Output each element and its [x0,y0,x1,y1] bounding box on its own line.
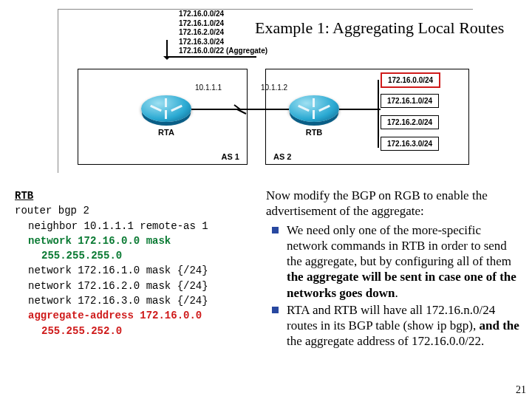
rtb-net-2: 172.16.2.0/24 [381,115,439,129]
bullet-2a: RTA and RTB will have all 172.16.n.0/24 … [287,303,495,332]
router-rtb-label: RTB [289,128,339,137]
local-route-0: 172.16.0.0/24 [179,10,267,19]
page-number: 21 [516,384,526,396]
rtb-interface-ip: 10.1.1.2 [261,83,287,92]
local-routes-list: 172.16.0.0/24 172.16.1.0/24 172.16.2.0/2… [179,10,267,56]
cfg-line-net1: network 172.16.1.0 mask {/24} [15,263,259,278]
bullet-2: RTA and RTB will have all 172.16.n.0/24 … [266,302,525,349]
cfg-line-net0-mask: 255.255.255.0 [15,248,259,263]
bullet-2b: and the [480,318,519,332]
cfg-line-net0: network 172.16.0.0 mask [15,233,259,248]
bgp-config-block: RTB router bgp 2 neighbor 10.1.1.1 remot… [15,188,259,338]
rtb-net-0: 172.16.0.0/24 [381,72,440,88]
network-diagram: 172.16.0.0/24 172.16.1.0/24 172.16.2.0/2… [58,9,473,173]
local-route-3: 172.16.3.0/24 [179,38,267,47]
lead-text: Now modify the BGP on RGB to enable the … [266,188,525,219]
router-rta-icon: RTA [141,95,191,122]
router-rtb-icon: RTB [289,95,339,122]
bullet-1a: We need only one of the more-specific ne… [287,223,511,269]
cfg-line-aggregate-mask: 255.255.252.0 [15,324,259,338]
lightning-icon [233,103,248,115]
cfg-line-neighbor: neighbor 10.1.1.1 remote-as 1 [15,219,259,233]
cfg-line-net3: network 172.16.3.0 mask {/24} [15,293,259,308]
rtb-lan-tee [378,80,379,148]
cfg-line-aggregate: aggregate-address 172.16.0.0 [15,308,259,323]
as2-label: AS 2 [273,152,291,161]
cfg-line-router: router bgp 2 [15,203,259,218]
local-route-1: 172.16.1.0/24 [179,19,267,29]
wan-link [191,109,289,110]
as1-label: AS 1 [222,152,239,161]
bullet-1c: . [395,286,398,300]
local-route-aggregate: 172.16.0.0/22 (Aggregate) [179,47,267,56]
rta-interface-ip: 10.1.1.1 [195,83,222,92]
local-route-2: 172.16.2.0/24 [179,28,267,38]
cfg-line-net2: network 172.16.2.0 mask {/24} [15,279,259,293]
config-header: RTB [15,188,259,203]
rtb-net-3: 172.16.3.0/24 [381,137,439,151]
rtb-lan-line [339,109,381,110]
aggregate-arrow-icon [168,56,256,58]
bullet-1b: the aggregate will be sent in case one o… [287,270,516,299]
explanation-text: Now modify the BGP on RGB to enable the … [266,188,525,349]
rtb-net-1: 172.16.1.0/24 [381,94,439,108]
bullet-2c: the aggregate address of 172.16.0.0/22. [287,334,484,348]
router-rta-label: RTA [141,128,191,137]
bullet-1: We need only one of the more-specific ne… [266,222,525,301]
